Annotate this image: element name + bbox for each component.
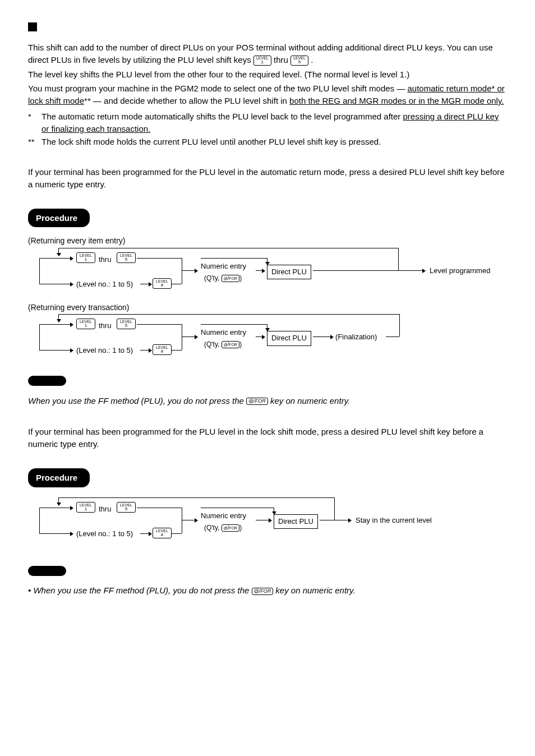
lock-mode-intro: If your terminal has been programmed for… — [28, 426, 507, 450]
procedure-heading: Procedure — [28, 209, 90, 228]
text: • When you use the FF method (PLU), you … — [28, 586, 252, 595]
text: key on numeric entry. — [273, 586, 355, 595]
note-heading — [28, 376, 66, 386]
qty-label: (Q'ty, @/FOR) — [204, 340, 242, 349]
footnote-marker: * — [28, 110, 41, 135]
level-5-key-icon: LEVEL5 — [117, 319, 136, 329]
note-heading — [28, 566, 66, 576]
intro-paragraph-3: You must program your machine in the PGM… — [28, 82, 507, 107]
stay-label: Stay in the current level — [356, 515, 432, 526]
level-hash-key-icon: LEVEL# — [153, 278, 172, 289]
footnotes: * The automatic return mode automaticall… — [28, 110, 507, 148]
direct-plu-box: Direct PLU — [267, 265, 311, 280]
text: You must program your machine in the PGM… — [28, 84, 407, 93]
level-hash-key-icon: LEVEL# — [153, 528, 172, 538]
text: thru — [99, 321, 111, 331]
section-marker — [28, 22, 37, 31]
text: key on numeric entry. — [268, 396, 350, 405]
auto-mode-intro: If your terminal has been programmed for… — [28, 166, 507, 191]
level-1-key-icon: LEVEL1 — [76, 252, 95, 263]
level-5-key-icon: LEVEL5 — [290, 56, 308, 66]
text: The automatic return mode automatically … — [41, 112, 403, 121]
numeric-entry-label: Numeric entry — [201, 261, 246, 272]
at-for-key-icon: @/FOR — [222, 341, 239, 348]
numeric-entry-label: Numeric entry — [201, 328, 246, 338]
flow-caption: (Returning every item entry) — [28, 235, 507, 246]
level-1-key-icon: LEVEL1 — [76, 319, 95, 329]
text: When you use the FF method (PLU), you do… — [28, 396, 246, 405]
level-1-key-icon: LEVEL1 — [76, 502, 95, 513]
finalization-label: (Finalization) — [335, 332, 377, 343]
footnote-1: The automatic return mode automatically … — [41, 110, 507, 135]
text: thru — [274, 55, 290, 64]
text: ** — and decide whether to allow the PLU… — [84, 96, 289, 105]
intro-paragraph-2: The level key shifts the PLU level from … — [28, 68, 507, 81]
level-programmed-label: Level programmed — [430, 266, 490, 276]
footnote-marker: ** — [28, 136, 41, 148]
intro-paragraph-1: This shift can add to the number of dire… — [28, 42, 507, 66]
numeric-entry-label: Numeric entry — [201, 511, 246, 522]
note-text: • When you use the FF method (PLU), you … — [28, 584, 507, 597]
text: (Level no.: 1 to 5) — [76, 279, 133, 290]
procedure-heading: Procedure — [28, 468, 90, 487]
level-5-key-icon: LEVEL5 — [117, 502, 136, 513]
qty-label: (Q'ty, @/FOR) — [204, 274, 242, 283]
level-5-key-icon: LEVEL5 — [117, 252, 136, 263]
flow-caption: (Returning every transaction) — [28, 302, 507, 313]
note-text: When you use the FF method (PLU), you do… — [28, 395, 507, 407]
text: thru — [99, 255, 111, 265]
flow-diagram-auto-item: (Returning every item entry) LEVEL1 thru… — [28, 235, 507, 363]
text: (Level no.: 1 to 5) — [76, 529, 133, 540]
text: thru — [99, 504, 111, 515]
at-for-key-icon: @/FOR — [252, 588, 274, 595]
text-underline: both the REG and MGR modes or in the MGR… — [289, 96, 504, 105]
text: . — [311, 55, 313, 64]
direct-plu-box: Direct PLU — [274, 514, 318, 529]
level-1-key-icon: LEVEL1 — [253, 56, 271, 66]
footnote-2: The lock shift mode holds the current PL… — [41, 136, 381, 148]
at-for-key-icon: @/FOR — [222, 524, 239, 532]
at-for-key-icon: @/FOR — [222, 275, 239, 282]
qty-label: (Q'ty, @/FOR) — [204, 523, 242, 533]
text: (Level no.: 1 to 5) — [76, 345, 133, 356]
level-hash-key-icon: LEVEL# — [153, 344, 172, 355]
flow-diagram-lock: LEVEL1 thru LEVEL5 (Level no.: 1 to 5) L… — [28, 497, 507, 554]
at-for-key-icon: @/FOR — [246, 398, 268, 405]
direct-plu-box: Direct PLU — [267, 331, 311, 346]
